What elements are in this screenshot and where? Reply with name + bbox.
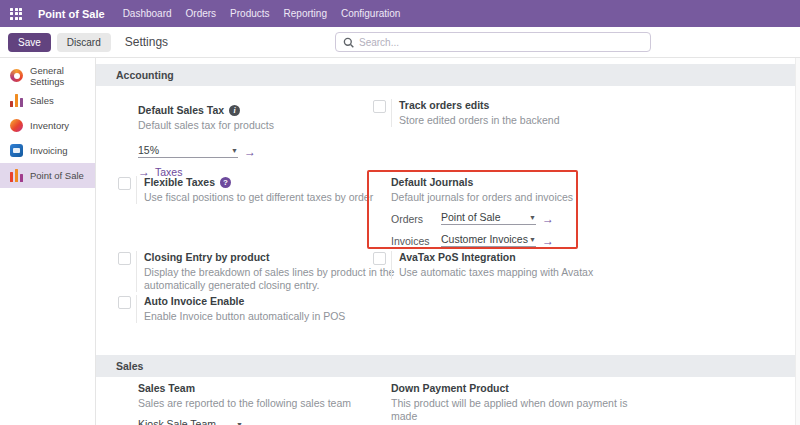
inventory-icon [10,119,23,132]
section-header-accounting: Accounting [96,64,795,86]
chevron-down-icon: ▼ [529,213,536,223]
avatax-checkbox[interactable] [373,252,386,265]
info-icon[interactable]: i [229,105,240,116]
setting-label: Track orders edits [399,99,560,111]
control-bar: Save Discard Settings [0,27,800,58]
setting-default-sales-tax: Default Sales Tax i Default sales tax fo… [138,104,378,178]
arrow-right-icon[interactable]: → [542,236,554,247]
scrollbar-track[interactable] [795,58,800,425]
setting-description: Display the breakdown of sales lines by … [144,266,396,292]
search-input[interactable] [359,37,643,48]
nav-item-orders[interactable]: Orders [186,8,217,19]
sidebar-item-label: General Settings [30,65,95,87]
setting-label: Default Sales Tax [138,104,224,116]
nav-item-products[interactable]: Products [230,8,269,19]
setting-default-journals: Default Journals Default journals for or… [391,176,571,247]
setting-description: Store edited orders in the backend [399,114,560,127]
setting-sales-team: Sales Team Sales are reported to the fol… [138,382,398,425]
default-sales-tax-select[interactable]: 15% ▼ [138,144,238,158]
setting-label: Closing Entry by product [144,251,396,263]
section-header-sales: Sales [96,355,795,377]
invoices-journal-select[interactable]: Customer Invoices ▼ [441,233,536,247]
setting-description: Enable Invoice button automatically in P… [144,310,345,323]
setting-label: Down Payment Product [391,382,651,394]
track-orders-edits-checkbox[interactable] [373,100,386,113]
sidebar-item-invoicing[interactable]: Invoicing [0,138,95,163]
arrow-right-icon[interactable]: → [542,214,554,225]
setting-label: Auto Invoice Enable [144,295,345,307]
page-title: Settings [125,35,168,49]
setting-auto-invoice: Auto Invoice Enable Enable Invoice butto… [118,295,378,323]
setting-description: Default sales tax for products [138,119,378,132]
setting-label: Sales Team [138,382,398,394]
setting-avatax: AvaTax PoS Integration Use automatic tax… [373,251,633,279]
setting-down-payment-product: Down Payment Product This product will b… [391,382,651,425]
flexible-taxes-checkbox[interactable] [118,177,131,190]
orders-field-label: Orders [391,213,435,225]
setting-description: This product will be applied when down p… [391,397,651,423]
settings-sidebar: General Settings Sales Inventory Invoici… [0,58,96,425]
invoicing-icon [10,144,23,157]
sidebar-item-general-settings[interactable]: General Settings [0,63,95,88]
general-settings-icon [10,69,23,82]
setting-label: AvaTax PoS Integration [399,251,593,263]
point-of-sale-icon [10,169,23,182]
nav-item-dashboard[interactable]: Dashboard [123,8,172,19]
sidebar-item-sales[interactable]: Sales [0,88,95,113]
sidebar-item-inventory[interactable]: Inventory [0,113,95,138]
setting-description: Sales are reported to the following sale… [138,397,398,410]
chevron-down-icon: ▼ [529,235,536,245]
sidebar-item-label: Inventory [30,120,69,131]
sidebar-item-point-of-sale[interactable]: Point of Sale [0,163,95,188]
setting-label: Default Journals [391,176,571,188]
setting-description: Default journals for orders and invoices [391,191,571,204]
setting-label: Flexible Taxes [144,176,215,188]
arrow-right-icon[interactable]: → [249,421,261,425]
arrow-right-icon[interactable]: → [244,147,256,158]
sales-icon [10,94,23,107]
top-navbar: Point of Sale Dashboard Orders Products … [0,0,800,27]
sidebar-item-label: Invoicing [30,145,68,156]
invoices-field-label: Invoices [391,235,435,247]
setting-track-orders-edits: Track orders edits Store edited orders i… [373,99,628,127]
app-name[interactable]: Point of Sale [38,8,105,20]
save-button[interactable]: Save [8,33,51,52]
setting-closing-entry: Closing Entry by product Display the bre… [118,251,398,292]
sidebar-item-label: Sales [30,95,54,106]
closing-entry-checkbox[interactable] [118,252,131,265]
sales-team-select[interactable]: Kiosk Sale Team ▼ [138,418,243,425]
setting-flexible-taxes: Flexible Taxes ? Use fiscal positions to… [118,176,378,204]
nav-item-configuration[interactable]: Configuration [341,8,400,19]
auto-invoice-checkbox[interactable] [118,296,131,309]
discard-button[interactable]: Discard [57,33,111,52]
orders-journal-select[interactable]: Point of Sale ▼ [441,211,536,225]
help-icon[interactable]: ? [220,177,231,188]
apps-grid-icon[interactable] [10,8,22,20]
search-icon [343,37,354,48]
chevron-down-icon: ▼ [236,420,243,425]
nav-item-reporting[interactable]: Reporting [284,8,327,19]
setting-description: Use fiscal positions to get different ta… [144,191,373,204]
sidebar-item-label: Point of Sale [30,170,84,181]
setting-description: Use automatic taxes mapping with Avatax [399,266,593,279]
search-box[interactable] [335,32,651,52]
chevron-down-icon: ▼ [231,146,238,156]
